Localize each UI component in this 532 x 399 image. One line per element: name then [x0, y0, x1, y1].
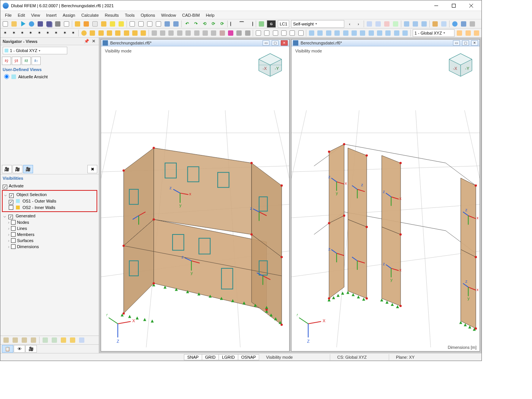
win-5-icon[interactable] [280, 29, 288, 37]
nodes-label[interactable]: Nodes [17, 220, 29, 225]
members-expand-icon[interactable]: › [8, 232, 10, 237]
gear-tool-icon[interactable] [27, 20, 36, 28]
star1-icon[interactable]: ✶ [1, 29, 9, 37]
bound-right-icon[interactable] [246, 20, 255, 28]
members-check[interactable] [11, 232, 16, 237]
sel5-icon[interactable] [184, 29, 192, 37]
mesh8-icon[interactable] [367, 29, 375, 37]
win-v-icon[interactable] [263, 29, 271, 37]
osnap-toggle[interactable]: OSNAP [238, 354, 260, 360]
surfaces-expand-icon[interactable]: › [8, 238, 10, 243]
surface-tool-icon[interactable] [114, 29, 122, 37]
line-tool-icon[interactable] [89, 29, 97, 37]
opening-tool-icon[interactable] [131, 29, 139, 37]
win-4-icon[interactable] [271, 29, 279, 37]
sel12-icon[interactable] [244, 29, 252, 37]
nodes-expand-icon[interactable]: › [8, 220, 10, 225]
vp2-close-icon[interactable]: ✕ [471, 40, 478, 46]
os1-check[interactable] [9, 200, 13, 204]
compare-icon[interactable] [163, 20, 171, 28]
vp1-max-icon[interactable]: ▢ [272, 40, 279, 46]
menu-window[interactable]: Window [158, 12, 179, 18]
print-icon[interactable] [54, 20, 62, 28]
deform-icon[interactable] [365, 20, 374, 28]
mesh1-icon[interactable] [307, 29, 315, 37]
result-diag-icon[interactable] [383, 20, 391, 28]
xsec-icon[interactable] [402, 20, 411, 28]
grid-toggle[interactable]: GRID [202, 354, 219, 360]
xsec3-icon[interactable] [420, 20, 428, 28]
arc-tool-icon[interactable] [97, 29, 105, 37]
mesh6-icon[interactable] [350, 29, 358, 37]
pbtn2-icon[interactable] [11, 336, 19, 344]
menu-insert[interactable]: Insert [43, 12, 60, 18]
lines-label[interactable]: Lines [17, 226, 27, 231]
surfaces-check[interactable] [11, 238, 16, 243]
close-button[interactable] [462, 0, 480, 11]
camera3-icon[interactable]: 🎥 [23, 165, 33, 173]
menu-calculate[interactable]: Calculate [78, 12, 102, 18]
props2-icon[interactable] [154, 20, 163, 28]
sel10-icon[interactable] [226, 29, 234, 37]
star2-icon[interactable]: ✶ [10, 29, 17, 37]
objsel-expander[interactable]: ⌵ [3, 192, 7, 198]
rotate-icon[interactable]: ⟲ [200, 20, 209, 28]
view-iso-button[interactable]: x̂↕ [32, 57, 41, 65]
gen-expander[interactable]: ⌵ [3, 213, 6, 219]
star5-icon[interactable]: ✶ [35, 29, 43, 37]
lc-code[interactable]: LC1 [278, 20, 289, 28]
open-icon[interactable] [10, 20, 18, 28]
mesh4-icon[interactable] [333, 29, 341, 37]
vp2-min-icon[interactable]: ▭ [453, 40, 460, 46]
result-diag2-icon[interactable] [391, 20, 400, 28]
layers-icon[interactable] [172, 20, 180, 28]
beam-icon[interactable] [100, 20, 108, 28]
minimize-button[interactable] [428, 0, 445, 11]
save-all-icon[interactable] [45, 20, 53, 28]
dimensions-label[interactable]: Dimensions [17, 244, 39, 249]
menu-view[interactable]: View [28, 12, 43, 18]
menu-file[interactable]: File [2, 12, 15, 18]
viewport1-canvas[interactable]: Visibility mode -X -Y [101, 46, 289, 351]
activate-check[interactable] [3, 185, 7, 189]
pbtn5-icon[interactable] [41, 336, 49, 344]
dimensions-check[interactable] [11, 244, 16, 249]
sel3-icon[interactable] [167, 29, 175, 37]
table-icon[interactable] [128, 20, 136, 28]
mesh2-icon[interactable] [316, 29, 324, 37]
nodes-check[interactable] [11, 220, 16, 225]
sel7-icon[interactable] [201, 29, 209, 37]
os2-label[interactable]: OS2 - Inner Walls [22, 205, 55, 210]
cs-combo-panel[interactable]: 1 - Global XYZ▾ [3, 47, 67, 54]
reload-icon[interactable]: ⟳ [218, 20, 226, 28]
new-icon[interactable] [1, 20, 10, 28]
lattice-icon[interactable] [91, 20, 99, 28]
sel8-icon[interactable] [210, 29, 218, 37]
os2-check[interactable] [9, 205, 13, 210]
panel-close-icon[interactable]: ✕ [90, 38, 97, 44]
menu-assign[interactable]: Assign [60, 12, 78, 18]
star7-icon[interactable]: ✶ [52, 29, 60, 37]
lgrid-toggle[interactable]: LGRID [218, 354, 238, 360]
mesh3-icon[interactable] [325, 29, 332, 37]
current-view-radio[interactable] [4, 74, 9, 79]
align-x-icon[interactable] [456, 29, 464, 37]
refresh-icon[interactable]: ⟳ [209, 20, 217, 28]
undo-icon[interactable]: ↶ [183, 20, 191, 28]
tab-navigator[interactable]: 📋 [2, 345, 13, 353]
next-lc-icon[interactable]: › [354, 20, 363, 28]
mesh11-icon[interactable] [393, 29, 401, 37]
node-tool-icon[interactable] [80, 29, 88, 37]
props-icon[interactable] [146, 20, 154, 28]
tab-camera[interactable]: 🎥 [25, 345, 37, 353]
material-tool-icon[interactable] [431, 20, 439, 28]
sel2-icon[interactable] [158, 29, 166, 37]
pbtn8-icon[interactable] [68, 336, 77, 344]
menu-help[interactable]: Help [203, 12, 218, 18]
align-z-icon[interactable] [472, 29, 480, 37]
menu-edit[interactable]: Edit [15, 12, 28, 18]
tool-end-icon[interactable] [468, 20, 477, 28]
browser-icon[interactable] [451, 20, 459, 28]
tab-eye[interactable]: 👁 [14, 345, 25, 353]
win-6-icon[interactable] [288, 29, 296, 37]
